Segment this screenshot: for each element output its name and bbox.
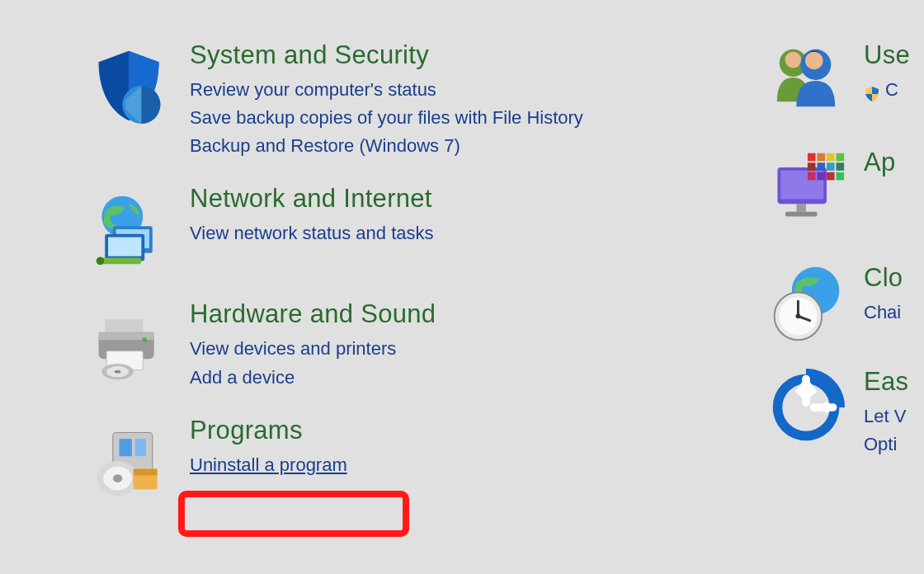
programs-icon [82,415,175,507]
category-title[interactable]: Network and Internet [190,185,434,213]
category-body: Ap [849,147,896,183]
category-system-security[interactable]: System and Security Review your computer… [82,40,676,160]
users-icon [763,40,849,114]
printer-icon [82,299,175,391]
svg-rect-30 [780,171,823,200]
svg-point-7 [97,257,105,266]
link-backup-restore[interactable]: Backup and Restore (Windows 7) [190,132,583,160]
category-body: System and Security Review your computer… [175,40,583,160]
svg-point-12 [142,338,147,343]
link-review-status[interactable]: Review your computer's status [190,76,583,104]
svg-rect-18 [119,439,131,456]
svg-rect-5 [108,238,141,256]
control-panel-categories: System and Security Review your computer… [0,0,924,574]
svg-rect-34 [817,153,825,162]
svg-point-50 [796,313,801,318]
svg-rect-40 [836,162,844,171]
category-clock[interactable]: Clo Chai [763,262,924,345]
link-let-windows[interactable]: Let V [864,402,908,430]
link-change-account[interactable]: C [864,76,910,104]
category-title[interactable]: Programs [190,416,347,445]
link-optimize[interactable]: Opti [864,430,908,459]
svg-rect-41 [808,172,816,181]
category-hardware[interactable]: Hardware and Sound View devices and prin… [82,299,676,391]
svg-rect-38 [817,162,825,171]
svg-point-22 [113,474,123,482]
svg-rect-24 [134,468,158,475]
category-body: Use C [849,40,910,104]
svg-rect-42 [817,172,825,181]
category-user-accounts[interactable]: Use C [763,40,924,114]
category-title[interactable]: Hardware and Sound [190,300,436,328]
link-uninstall-program[interactable]: Uninstall a program [190,451,347,479]
link-file-history[interactable]: Save backup copies of your files with Fi… [190,104,583,132]
svg-point-15 [115,370,121,374]
category-title[interactable]: System and Security [190,41,583,69]
left-column: System and Security Review your computer… [82,40,676,530]
category-title[interactable]: Clo [864,264,903,292]
svg-rect-37 [808,162,816,171]
clock-globe-icon [763,262,849,345]
category-title[interactable]: Eas [864,368,908,396]
svg-rect-36 [836,153,844,162]
category-body: Eas Let V Opti [849,366,908,459]
globe-network-icon [82,183,175,275]
svg-rect-44 [836,172,844,181]
right-column: Use C [763,40,924,482]
link-network-status[interactable]: View network status and tasks [190,219,434,247]
category-network[interactable]: Network and Internet View network status… [82,183,676,275]
link-devices-printers[interactable]: View devices and printers [190,335,436,363]
svg-rect-39 [827,162,835,171]
svg-rect-33 [808,153,816,162]
link-change-date[interactable]: Chai [864,299,903,327]
category-title[interactable]: Ap [864,148,896,176]
category-body: Network and Internet View network status… [175,183,434,247]
svg-rect-19 [135,439,146,456]
svg-point-27 [805,52,823,70]
category-programs[interactable]: Programs Uninstall a program [82,415,676,507]
svg-rect-43 [827,172,835,181]
category-body: Programs Uninstall a program [175,415,347,479]
link-add-device[interactable]: Add a device [190,364,436,392]
category-title[interactable]: Use [864,41,910,69]
svg-rect-31 [796,204,806,212]
category-body: Hardware and Sound View devices and prin… [175,299,436,391]
category-appearance[interactable]: Ap [763,147,924,229]
svg-rect-35 [827,153,835,162]
shield-icon [82,40,175,132]
uac-shield-icon [864,82,880,99]
svg-point-28 [785,52,802,68]
category-body: Clo Chai [849,262,903,327]
link-text: C [885,79,898,100]
category-ease-of-access[interactable]: Eas Let V Opti [763,366,924,459]
ease-of-access-icon [763,366,849,449]
personalization-icon [763,147,849,229]
svg-rect-32 [785,212,817,217]
